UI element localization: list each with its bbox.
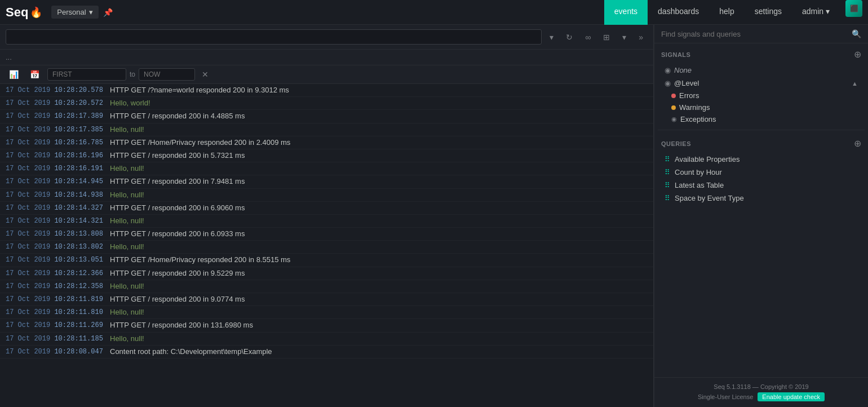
log-time: 10:28:13.051 bbox=[54, 256, 103, 264]
log-time: 10:28:16.785 bbox=[54, 139, 103, 147]
left-panel: ▾ ↻ ∞ ⊞ ▾ » ... 📊 📅 to ✕ 17 Oct 2019 10:… bbox=[0, 25, 654, 407]
expand-button[interactable]: » bbox=[634, 30, 648, 45]
log-row[interactable]: 17 Oct 2019 10:28:11.185Hello, null! bbox=[0, 333, 653, 346]
log-date: 17 Oct 2019 bbox=[6, 243, 50, 251]
log-row[interactable]: 17 Oct 2019 10:28:14.321Hello, null! bbox=[0, 215, 653, 228]
log-row[interactable]: 17 Oct 2019 10:28:13.802Hello, null! bbox=[0, 241, 653, 254]
log-timestamp: 17 Oct 2019 10:28:14.327 bbox=[6, 203, 110, 213]
query-grid-icon: ⠿ bbox=[665, 181, 670, 189]
nav-admin[interactable]: admin ▾ bbox=[792, 0, 840, 25]
log-message: HTTP GET / responded 200 in 5.7321 ms bbox=[110, 151, 648, 161]
refresh-button[interactable]: ↻ bbox=[561, 30, 577, 45]
log-time: 10:28:11.269 bbox=[54, 321, 103, 329]
log-timestamp: 17 Oct 2019 10:28:14.945 bbox=[6, 176, 110, 187]
log-row[interactable]: 17 Oct 2019 10:28:20.578HTTP GET /?name=… bbox=[0, 84, 653, 97]
license-row: Single-User License Enable update check bbox=[698, 392, 825, 401]
log-date: 17 Oct 2019 bbox=[6, 282, 50, 290]
log-message: Hello, null! bbox=[110, 125, 648, 135]
log-time: 10:28:14.321 bbox=[54, 217, 103, 225]
date-start-input[interactable] bbox=[47, 68, 126, 81]
log-row[interactable]: 17 Oct 2019 10:28:17.389HTTP GET / respo… bbox=[0, 110, 653, 123]
signal-warnings[interactable]: Warnings bbox=[668, 101, 861, 113]
level-group: Errors Warnings ◉ Exceptions bbox=[661, 90, 861, 125]
personal-workspace-button[interactable]: Personal ▾ bbox=[51, 6, 98, 19]
log-time: 10:28:11.810 bbox=[54, 308, 103, 316]
nav-settings[interactable]: settings bbox=[745, 0, 792, 25]
query-available-properties-label: Available Properties bbox=[675, 155, 739, 163]
errors-label: Errors bbox=[679, 91, 699, 100]
log-row[interactable]: 17 Oct 2019 10:28:16.785HTTP GET /Home/P… bbox=[0, 136, 653, 149]
log-row[interactable]: 17 Oct 2019 10:28:08.047Content root pat… bbox=[0, 346, 653, 359]
calendar-button[interactable]: 📅 bbox=[25, 68, 44, 81]
log-entries: 17 Oct 2019 10:28:20.578HTTP GET /?name=… bbox=[0, 84, 653, 407]
query-grid-icon: ⠿ bbox=[665, 194, 670, 202]
query-count-by-hour-label: Count by Hour bbox=[675, 168, 722, 176]
dropdown-arrow-button[interactable]: ▾ bbox=[545, 30, 558, 45]
nav-dashboards[interactable]: dashboards bbox=[648, 0, 709, 25]
log-row[interactable]: 17 Oct 2019 10:28:17.385Hello, null! bbox=[0, 123, 653, 136]
query-latest-as-table-label: Latest as Table bbox=[675, 181, 724, 189]
queries-header: QUERIES ⊕ bbox=[661, 139, 861, 148]
date-clear-button[interactable]: ✕ bbox=[198, 68, 212, 81]
log-date: 17 Oct 2019 bbox=[6, 191, 50, 199]
layout-button[interactable]: ⊞ bbox=[599, 30, 614, 45]
date-separator: to bbox=[130, 70, 135, 78]
log-row[interactable]: 17 Oct 2019 10:28:20.572Hello, world! bbox=[0, 97, 653, 110]
exceptions-radio-icon: ◉ bbox=[671, 116, 677, 123]
queries-add-button[interactable]: ⊕ bbox=[854, 139, 861, 148]
radio-icon: ◉ bbox=[665, 79, 671, 87]
signal-exceptions[interactable]: ◉ Exceptions bbox=[668, 113, 861, 125]
log-message: Hello, null! bbox=[110, 163, 648, 174]
log-timestamp: 17 Oct 2019 10:28:14.321 bbox=[6, 216, 110, 226]
log-message: HTTP GET / responded 200 in 9.5229 ms bbox=[110, 268, 648, 278]
nav-help[interactable]: help bbox=[709, 0, 744, 25]
more-options-button[interactable]: ▾ bbox=[618, 30, 631, 45]
log-time: 10:28:14.327 bbox=[54, 204, 103, 212]
log-row[interactable]: 17 Oct 2019 10:28:11.269HTTP GET / respo… bbox=[0, 319, 653, 332]
signal-level-label: @Level bbox=[674, 79, 699, 87]
log-row[interactable]: 17 Oct 2019 10:28:13.808HTTP GET / respo… bbox=[0, 228, 653, 241]
log-message: HTTP GET / responded 200 in 4.4885 ms bbox=[110, 111, 648, 121]
date-end-input[interactable] bbox=[139, 68, 195, 81]
log-date: 17 Oct 2019 bbox=[6, 152, 50, 160]
chart-toggle-button[interactable]: 📊 bbox=[6, 68, 22, 81]
log-row[interactable]: 17 Oct 2019 10:28:13.051HTTP GET /Home/P… bbox=[0, 254, 653, 267]
link-button[interactable]: ∞ bbox=[581, 30, 595, 45]
log-time: 10:28:12.358 bbox=[54, 282, 103, 290]
log-row[interactable]: 17 Oct 2019 10:28:16.191Hello, null! bbox=[0, 162, 653, 175]
log-row[interactable]: 17 Oct 2019 10:28:11.810Hello, null! bbox=[0, 306, 653, 319]
search-input[interactable] bbox=[6, 29, 542, 45]
log-row[interactable]: 17 Oct 2019 10:28:12.358Hello, null! bbox=[0, 280, 653, 293]
personal-label: Personal bbox=[57, 8, 86, 16]
log-row[interactable]: 17 Oct 2019 10:28:14.327HTTP GET / respo… bbox=[0, 202, 653, 215]
log-date: 17 Oct 2019 bbox=[6, 217, 50, 225]
log-timestamp: 17 Oct 2019 10:28:14.938 bbox=[6, 190, 110, 200]
logo-flame-icon: 🔥 bbox=[30, 6, 42, 19]
enable-update-check-button[interactable]: Enable update check bbox=[758, 392, 825, 401]
log-message: HTTP GET / responded 200 in 9.0774 ms bbox=[110, 294, 648, 304]
signal-level[interactable]: ◉ @Level ▲ bbox=[661, 77, 861, 90]
nav-events[interactable]: events bbox=[604, 0, 648, 25]
query-available-properties[interactable]: ⠿ Available Properties bbox=[661, 153, 861, 166]
date-bar: 📊 📅 to ✕ bbox=[0, 65, 653, 84]
warnings-label: Warnings bbox=[679, 103, 710, 112]
avatar[interactable]: ⬛ bbox=[845, 0, 862, 17]
pin-button[interactable]: 📌 bbox=[99, 6, 117, 19]
log-row[interactable]: 17 Oct 2019 10:28:11.819HTTP GET / respo… bbox=[0, 293, 653, 306]
log-row[interactable]: 17 Oct 2019 10:28:12.366HTTP GET / respo… bbox=[0, 267, 653, 280]
log-row[interactable]: 17 Oct 2019 10:28:14.945HTTP GET / respo… bbox=[0, 175, 653, 188]
signal-errors[interactable]: Errors bbox=[668, 90, 861, 101]
log-row[interactable]: 17 Oct 2019 10:28:14.938Hello, null! bbox=[0, 189, 653, 202]
signals-add-button[interactable]: ⊕ bbox=[854, 50, 861, 59]
log-date: 17 Oct 2019 bbox=[6, 295, 50, 303]
log-row[interactable]: 17 Oct 2019 10:28:16.196HTTP GET / respo… bbox=[0, 149, 653, 162]
query-count-by-hour[interactable]: ⠿ Count by Hour bbox=[661, 166, 861, 179]
log-message: Hello, null! bbox=[110, 334, 648, 344]
sidebar-search-input[interactable] bbox=[661, 30, 847, 38]
log-date: 17 Oct 2019 bbox=[6, 230, 50, 238]
query-latest-as-table[interactable]: ⠿ Latest as Table bbox=[661, 179, 861, 192]
query-space-by-event-type[interactable]: ⠿ Space by Event Type bbox=[661, 192, 861, 205]
signal-none[interactable]: ◉ None bbox=[661, 64, 861, 77]
main-layout: ▾ ↻ ∞ ⊞ ▾ » ... 📊 📅 to ✕ 17 Oct 2019 10:… bbox=[0, 25, 868, 407]
sidebar-search-button[interactable]: 🔍 bbox=[852, 29, 861, 38]
